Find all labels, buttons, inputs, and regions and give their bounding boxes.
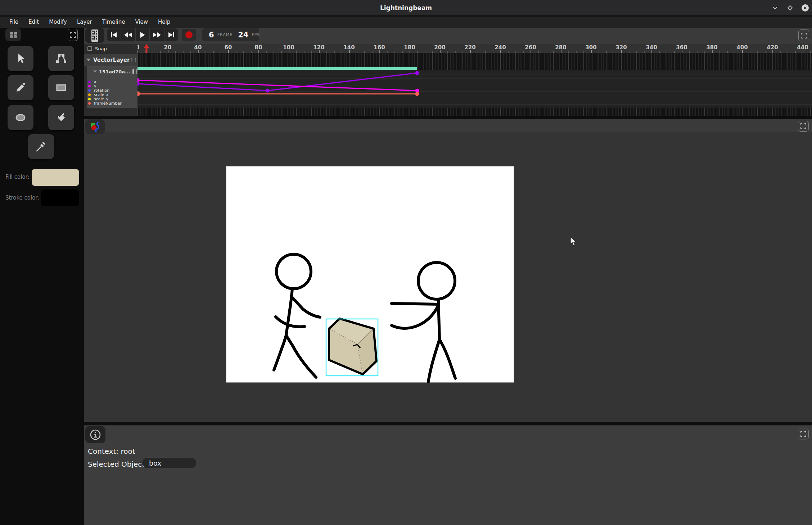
property-label: frameNumber [94, 101, 122, 106]
menu-edit[interactable]: Edit [23, 17, 44, 28]
tool-pencil-button[interactable] [8, 75, 33, 100]
menu-modify[interactable]: Modify [44, 17, 72, 28]
keyframe-frameNumber[interactable] [415, 92, 419, 96]
panel-divider [84, 116, 812, 119]
stroke-color-swatch[interactable] [41, 190, 79, 206]
ruler-tick [772, 50, 773, 53]
timeline-panel: 6 FRAME 24 FPS Snap 02040608010012014016… [84, 28, 812, 116]
menu-view[interactable]: View [130, 17, 153, 28]
property-row-x[interactable]: x [88, 79, 137, 84]
info-button[interactable] [85, 426, 105, 443]
expand-icon [800, 431, 807, 437]
property-color-dot [88, 81, 91, 83]
shapes-icon [90, 122, 100, 132]
inspector-expand-button[interactable] [798, 429, 809, 439]
stage[interactable] [226, 166, 514, 383]
menu-help[interactable]: Help [153, 17, 175, 28]
skip-to-start-button[interactable] [107, 28, 121, 41]
box-object[interactable] [329, 319, 376, 374]
layer-row-vectorlayer[interactable]: VectorLayer [L] [84, 54, 137, 66]
tools-expand-button[interactable] [68, 29, 78, 41]
timeline-tracks[interactable] [137, 53, 812, 116]
property-row-scale_x[interactable]: scale_x [88, 92, 137, 97]
rectangle-icon [55, 81, 68, 94]
keyframe-x[interactable] [415, 71, 419, 75]
paint-bucket-icon [55, 111, 68, 124]
tool-rectangle-button[interactable] [48, 75, 74, 100]
property-row-scale_y[interactable]: scale_y [88, 97, 137, 101]
ruler-tick [168, 50, 168, 53]
fill-color-label: Fill color: [5, 174, 30, 180]
ruler-tick [803, 50, 803, 53]
mouse-cursor [570, 237, 578, 248]
keyframe-x[interactable] [137, 82, 140, 86]
transport-controls [107, 28, 178, 41]
property-color-dot [88, 93, 91, 96]
expand-icon [69, 32, 76, 38]
menu-layer[interactable]: Layer [72, 17, 97, 28]
tool-select-button[interactable] [8, 46, 33, 71]
eyedropper-icon [35, 140, 48, 153]
timeline-expand-button[interactable] [798, 29, 809, 41]
snap-label: Snap [95, 46, 107, 51]
property-row-frameNumber[interactable]: frameNumber [88, 101, 137, 105]
ruler-tick [651, 50, 652, 53]
tool-transform-button[interactable] [48, 46, 74, 71]
collapse-triangle-icon[interactable] [86, 59, 91, 61]
expand-icon [800, 32, 807, 39]
menu-timeline[interactable]: Timeline [97, 17, 130, 28]
ruler-tick [440, 50, 441, 53]
tool-ellipse-button[interactable] [8, 105, 33, 130]
ruler-tick [258, 50, 259, 53]
timeline-tracks-row: VectorLayer [L] 151ad70a... ~ xyrotation… [84, 53, 812, 116]
grid-icon [9, 31, 18, 39]
pencil-icon [14, 81, 27, 94]
film-strip-button[interactable] [85, 28, 104, 43]
collapse-triangle-icon[interactable] [93, 70, 97, 73]
snap-checkbox[interactable] [87, 46, 92, 51]
select-cursor-icon [14, 52, 27, 65]
panel-divider [84, 422, 812, 425]
panel-grid-button[interactable] [5, 28, 21, 41]
frame-ruler[interactable]: 0204060801001201401601802002202402602803… [137, 44, 812, 53]
keyframe-frameNumber[interactable] [137, 91, 140, 96]
property-row-y[interactable]: y [88, 84, 137, 88]
rewind-button[interactable] [121, 28, 135, 41]
object-name: 151ad70a... [99, 69, 130, 74]
animation-curves[interactable] [137, 53, 812, 116]
shapes-button[interactable] [85, 119, 105, 134]
context-text: Context: root [88, 447, 135, 456]
close-icon[interactable] [801, 4, 809, 12]
fast-forward-icon [153, 32, 161, 38]
fill-color-swatch[interactable] [32, 169, 79, 186]
fast-forward-button[interactable] [150, 28, 164, 41]
stick-figure-left[interactable] [274, 254, 320, 377]
keyframe-y[interactable] [137, 78, 140, 82]
record-button[interactable] [182, 29, 196, 41]
maximize-icon[interactable] [786, 4, 794, 12]
snap-control: Snap [84, 44, 137, 53]
play-button[interactable] [136, 28, 149, 41]
property-row-rotation[interactable]: rotation [88, 88, 137, 92]
ellipse-icon [14, 111, 27, 124]
stroke-color-label: Stroke color: [5, 195, 39, 201]
property-color-dot [88, 102, 91, 105]
stick-figure-right[interactable] [392, 262, 455, 382]
ruler-tick [289, 50, 289, 53]
tool-paint-bucket-button[interactable] [48, 105, 74, 130]
menu-file[interactable]: File [4, 17, 23, 28]
minimize-icon[interactable] [771, 4, 779, 12]
object-row[interactable]: 151ad70a... ~ [87, 68, 137, 76]
object-visibility-button[interactable] [132, 69, 134, 74]
canvas-expand-button[interactable] [798, 121, 809, 132]
selected-object-input[interactable] [142, 458, 196, 468]
skip-start-icon [110, 32, 117, 38]
fps-unit-label: FPS [252, 32, 260, 37]
app-window: Lightningbeam FileEditModifyLayerTimelin… [0, 0, 812, 525]
skip-to-end-button[interactable] [164, 28, 178, 41]
tool-eyedropper-button[interactable] [28, 134, 54, 159]
canvas-header [84, 119, 812, 132]
playhead[interactable] [144, 44, 149, 53]
keyframe-x[interactable] [266, 89, 270, 93]
expand-icon [800, 123, 807, 129]
